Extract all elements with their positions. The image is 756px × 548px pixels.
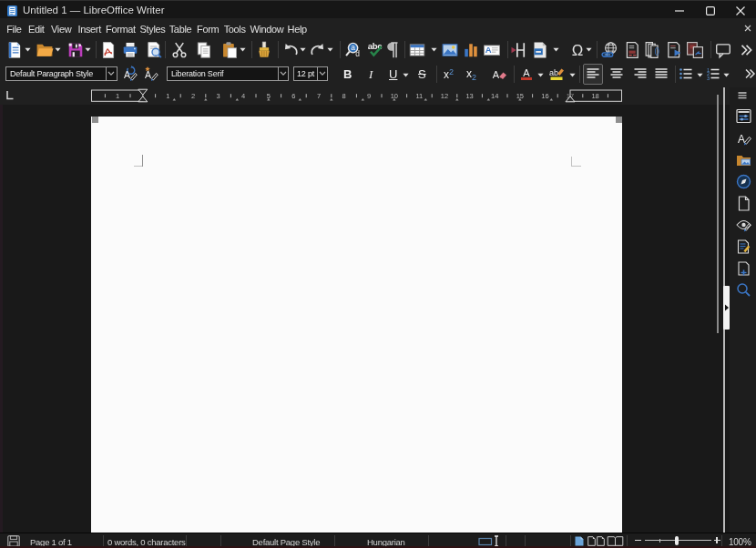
- svg-text:8: 8: [342, 92, 346, 100]
- svg-text:9: 9: [367, 92, 371, 100]
- svg-text:3: 3: [217, 92, 220, 100]
- svg-text:1: 1: [166, 92, 169, 100]
- svg-text:A: A: [523, 67, 530, 78]
- svg-text:11: 11: [416, 92, 424, 100]
- svg-text:A: A: [485, 45, 492, 55]
- svg-text:a: a: [351, 43, 355, 52]
- svg-text:d: d: [355, 49, 360, 58]
- svg-text:Ω: Ω: [572, 42, 584, 59]
- svg-text:4: 4: [241, 92, 245, 100]
- svg-text:14: 14: [491, 92, 498, 100]
- svg-text:A: A: [123, 69, 129, 80]
- svg-text:16: 16: [541, 92, 548, 100]
- svg-text:2: 2: [191, 92, 195, 100]
- svg-text:6: 6: [291, 92, 295, 100]
- svg-text:A: A: [493, 69, 500, 80]
- svg-text:(): (): [654, 46, 659, 56]
- svg-text:13: 13: [465, 92, 473, 100]
- svg-text:1: 1: [116, 92, 119, 100]
- svg-text:A: A: [738, 133, 745, 146]
- svg-text:ab: ab: [549, 68, 558, 77]
- svg-text:18: 18: [591, 92, 598, 100]
- svg-text:12: 12: [441, 92, 448, 100]
- svg-text:7: 7: [317, 92, 321, 100]
- svg-text:A: A: [145, 69, 151, 80]
- svg-text:3: 3: [707, 76, 710, 81]
